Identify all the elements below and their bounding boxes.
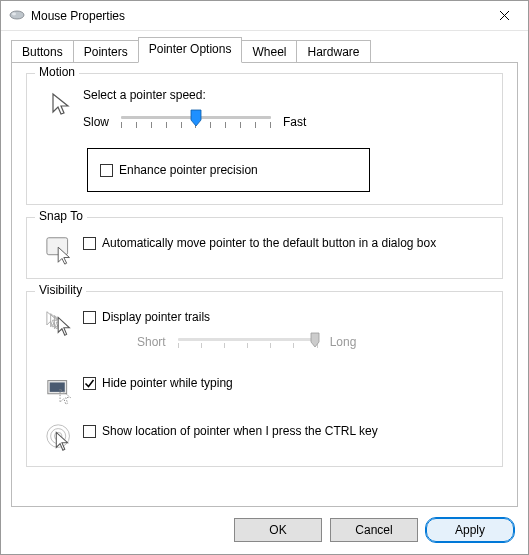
pointer-trails-label: Display pointer trails [102, 310, 210, 324]
close-button[interactable] [484, 2, 524, 30]
svg-point-1 [12, 12, 16, 15]
snap-auto-checkbox[interactable] [83, 237, 96, 250]
svg-point-0 [10, 11, 24, 19]
tab-wheel[interactable]: Wheel [241, 40, 297, 64]
visibility-title: Visibility [35, 283, 86, 297]
hide-pointer-label: Hide pointer while typing [102, 376, 233, 390]
ok-button[interactable]: OK [234, 518, 322, 542]
dialog-buttons: OK Cancel Apply [1, 508, 528, 554]
select-pointer-speed-label: Select a pointer speed: [83, 88, 490, 102]
mouse-properties-window: Mouse Properties Buttons Pointers Pointe… [0, 0, 529, 555]
enhance-precision-label: Enhance pointer precision [119, 163, 258, 177]
svg-rect-4 [47, 238, 68, 255]
tab-buttons[interactable]: Buttons [11, 40, 74, 64]
snap-to-title: Snap To [35, 209, 87, 223]
pointer-trails-icon [45, 308, 77, 340]
cancel-button[interactable]: Cancel [330, 518, 418, 542]
ctrl-locate-label: Show location of pointer when I press th… [102, 424, 378, 438]
pointer-trails-slider [178, 330, 318, 354]
snap-auto-label: Automatically move pointer to the defaul… [102, 236, 436, 250]
enhance-highlight-box: Enhance pointer precision [87, 148, 370, 192]
pointer-trails-checkbox[interactable] [83, 311, 96, 324]
motion-title: Motion [35, 65, 79, 79]
snap-to-icon [45, 234, 77, 266]
visibility-group: Visibility Display poin [26, 291, 503, 467]
window-title: Mouse Properties [31, 9, 484, 23]
close-icon [499, 10, 510, 21]
apply-button[interactable]: Apply [426, 518, 514, 542]
ctrl-locate-icon [45, 422, 77, 454]
snap-to-group: Snap To Automatically move pointer to th… [26, 217, 503, 279]
slider-thumb-disabled-icon [310, 332, 320, 348]
tab-panel: Motion Select a pointer speed: Slow [11, 62, 518, 507]
enhance-precision-checkbox[interactable] [100, 164, 113, 177]
motion-group: Motion Select a pointer speed: Slow [26, 73, 503, 205]
hide-pointer-checkbox[interactable] [83, 377, 96, 390]
pointer-icon [47, 90, 75, 118]
mouse-icon [9, 9, 25, 23]
trails-short-label: Short [137, 335, 166, 349]
svg-rect-6 [50, 382, 65, 391]
tab-hardware[interactable]: Hardware [296, 40, 370, 64]
trails-long-label: Long [330, 335, 357, 349]
slow-label: Slow [83, 115, 109, 129]
ctrl-locate-checkbox[interactable] [83, 425, 96, 438]
hide-pointer-icon [45, 374, 77, 406]
slider-thumb-icon [190, 109, 202, 127]
pointer-speed-slider[interactable] [121, 108, 271, 136]
tab-pointer-options[interactable]: Pointer Options [138, 37, 243, 63]
fast-label: Fast [283, 115, 306, 129]
tabstrip: Buttons Pointers Pointer Options Wheel H… [1, 31, 528, 63]
titlebar: Mouse Properties [1, 1, 528, 31]
checkmark-icon [83, 377, 96, 390]
tab-pointers[interactable]: Pointers [73, 40, 139, 64]
